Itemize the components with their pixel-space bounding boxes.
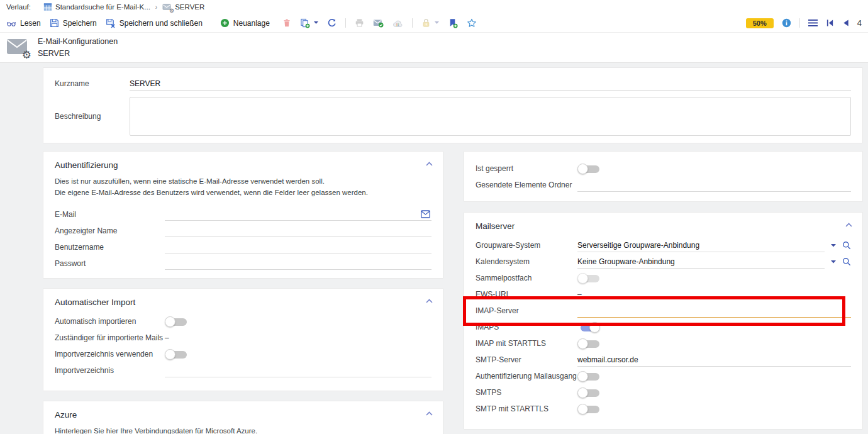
authentifizierung-mailausgang-toggle[interactable] [577, 371, 600, 382]
collapse-chevron-icon[interactable] [426, 299, 433, 303]
collapse-chevron-icon[interactable] [845, 223, 852, 227]
collapse-chevron-icon[interactable] [426, 411, 433, 416]
imaps-toggle[interactable] [577, 322, 600, 333]
refresh-button[interactable] [327, 18, 337, 28]
groupware-system-select[interactable]: Serverseitige Groupware-Anbindung [577, 239, 825, 252]
authentication-description-line2: Die eigene E-Mail-Adresse des Benutzers … [55, 187, 431, 199]
smtp-server-input[interactable]: webmail.cursor.de [577, 353, 851, 367]
gear-icon: ⚙ [22, 50, 31, 60]
mail-icon[interactable] [421, 210, 430, 218]
importverzeichnis-label: Importverzeichnis [55, 366, 165, 375]
passwort-input[interactable] [165, 257, 431, 270]
read-button[interactable]: Lesen [6, 18, 41, 28]
importverzeichnis-verwenden-label: Importverzeichnis verwenden [55, 350, 165, 359]
smtps-label: SMTPS [476, 388, 577, 397]
row-smtps: SMTPS [476, 384, 851, 401]
cloud-icon [392, 19, 403, 28]
chevron-down-icon[interactable] [314, 21, 318, 25]
glasses-icon [6, 18, 16, 28]
print-button[interactable] [355, 18, 364, 28]
chevron-down-icon[interactable] [435, 21, 439, 25]
auto-import-panel: Automatischer Import Automatisch importi… [43, 288, 443, 391]
benutzername-label: Benutzername [55, 243, 165, 252]
search-icon[interactable] [842, 257, 851, 266]
benutzername-input[interactable] [165, 240, 431, 253]
zoom-level-badge[interactable]: 50% [746, 18, 774, 28]
toggle-knob [577, 404, 588, 415]
automatisch-importieren-toggle[interactable] [165, 316, 187, 327]
menu-button[interactable] [808, 19, 818, 27]
automatisch-importieren-label: Automatisch importieren [55, 317, 165, 326]
row-automatisch-importieren: Automatisch importieren [55, 313, 431, 330]
chevron-down-icon[interactable] [831, 260, 836, 264]
toolbar-separator [345, 18, 346, 28]
toggle-knob [577, 387, 588, 398]
chevron-down-icon[interactable] [831, 244, 836, 247]
row-gesendete-elemente-ordner: Gesendete Elemente Ordner [476, 177, 851, 193]
first-record-button[interactable] [826, 19, 834, 27]
ist-gesperrt-label: Ist gesperrt [476, 164, 577, 173]
importverzeichnis-verwenden-toggle[interactable] [165, 349, 187, 360]
table-icon [43, 3, 52, 11]
azure-title: Azure [55, 410, 431, 420]
toggle-knob [577, 371, 588, 382]
smtp-mit-starttls-label: SMTP mit STARTTLS [476, 404, 577, 413]
smtps-toggle[interactable] [577, 387, 600, 398]
kurzname-input[interactable]: SERVER [130, 77, 851, 91]
row-kalendersystem: KalendersystemKeine Groupware-Anbindung [476, 253, 851, 270]
kalendersystem-select[interactable]: Keine Groupware-Anbindung [577, 255, 825, 269]
ews-url-value: – [577, 290, 582, 299]
mail-config-icon: ⚙ [6, 38, 29, 57]
previous-record-button[interactable] [842, 19, 849, 27]
delete-button[interactable] [282, 18, 291, 28]
refresh-icon [327, 18, 337, 28]
info-button[interactable] [782, 18, 791, 28]
angezeigter-name-input[interactable] [165, 224, 431, 237]
ist-gesperrt-toggle[interactable] [577, 164, 600, 174]
groupware-system-label: Groupware-System [476, 241, 577, 250]
copy-record-button[interactable] [300, 18, 318, 28]
favorite-button[interactable] [467, 18, 477, 28]
imap-mit-starttls-toggle[interactable] [577, 338, 600, 349]
row-imaps: IMAPS [476, 319, 851, 335]
sammelpostfach-toggle[interactable] [577, 273, 600, 284]
toggle-knob [165, 316, 175, 327]
cloud-apps-button[interactable] [392, 19, 403, 28]
save-button[interactable]: Speichern [50, 18, 97, 28]
toggle-knob [589, 322, 600, 333]
page-header: ⚙ E-Mail-Konfigurationen SERVER [0, 33, 868, 63]
bookmark-plus-icon [448, 18, 458, 28]
lock-button[interactable] [421, 18, 439, 28]
sammelpostfach-label: Sammelpostfach [476, 274, 577, 282]
toggle-knob [577, 273, 588, 284]
angezeigter-name-label: Angezeigter Name [55, 226, 165, 235]
search-icon[interactable] [842, 241, 851, 250]
breadcrumb: Verlauf: Standardsuche für E-Mail-K... ›… [0, 0, 868, 14]
breadcrumb-search-item[interactable]: Standardsuche für E-Mail-K... [43, 3, 150, 11]
page-subtitle: SERVER [38, 48, 118, 59]
importverzeichnis-input[interactable] [165, 364, 431, 377]
kurzname-value: SERVER [130, 79, 160, 88]
imap-server-input[interactable] [577, 304, 851, 318]
star-icon [467, 18, 477, 28]
gesendete-elemente-ordner-label: Gesendete Elemente Ordner [476, 181, 577, 189]
row-ews-url: EWS-URL– [476, 286, 851, 303]
imap-server-label: IMAP-Server [476, 306, 577, 315]
beschreibung-label: Beschreibung [55, 112, 130, 121]
collapse-chevron-icon[interactable] [426, 162, 433, 166]
breadcrumb-record-item[interactable]: ⚙ SERVER [162, 3, 204, 11]
send-mail-button[interactable] [373, 18, 384, 28]
smtp-mit-starttls-toggle[interactable] [577, 404, 600, 415]
record-number: 4 [857, 18, 862, 28]
save-and-close-button[interactable]: Speichern und schließen [106, 18, 203, 28]
beschreibung-textarea[interactable] [130, 97, 851, 136]
gesendete-elemente-ordner-input[interactable] [577, 179, 851, 192]
toggle-knob [577, 338, 588, 349]
bookmark-add-button[interactable] [448, 18, 458, 28]
new-record-button[interactable]: Neuanlage [220, 18, 270, 28]
dropdown-icons [831, 257, 851, 266]
email-input[interactable] [165, 208, 431, 221]
row-ist-gesperrt: Ist gesperrt [476, 160, 851, 177]
row-benutzername: Benutzername [55, 239, 431, 255]
kalendersystem-value: Keine Groupware-Anbindung [577, 257, 675, 266]
